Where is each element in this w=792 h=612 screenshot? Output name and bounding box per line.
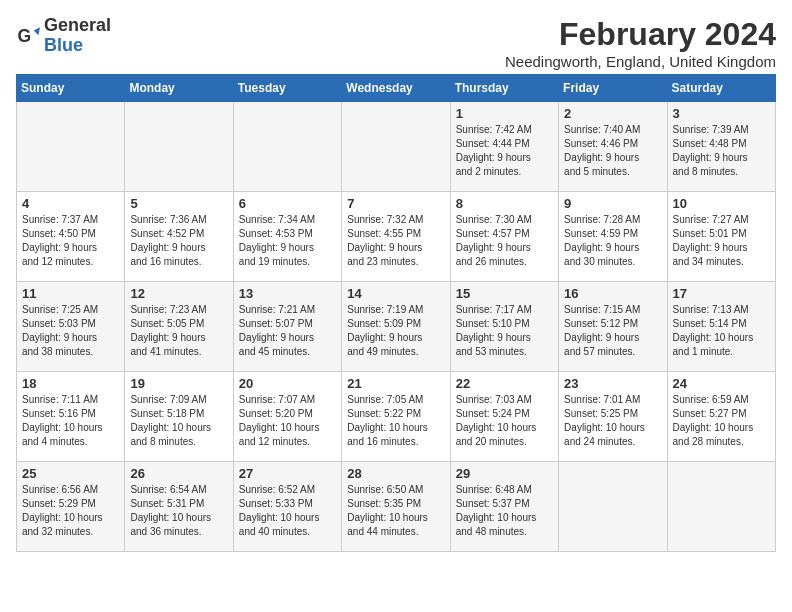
svg-marker-1 [34, 27, 40, 35]
day-number: 10 [673, 196, 770, 211]
day-number: 18 [22, 376, 119, 391]
day-info: Sunrise: 7:03 AM Sunset: 5:24 PM Dayligh… [456, 393, 553, 449]
header-wednesday: Wednesday [342, 75, 450, 102]
header-thursday: Thursday [450, 75, 558, 102]
calendar-cell: 14Sunrise: 7:19 AM Sunset: 5:09 PM Dayli… [342, 282, 450, 372]
calendar-week-5: 25Sunrise: 6:56 AM Sunset: 5:29 PM Dayli… [17, 462, 776, 552]
header-sunday: Sunday [17, 75, 125, 102]
day-info: Sunrise: 6:50 AM Sunset: 5:35 PM Dayligh… [347, 483, 444, 539]
day-info: Sunrise: 7:25 AM Sunset: 5:03 PM Dayligh… [22, 303, 119, 359]
calendar-header-row: SundayMondayTuesdayWednesdayThursdayFrid… [17, 75, 776, 102]
calendar-cell [559, 462, 667, 552]
day-info: Sunrise: 7:15 AM Sunset: 5:12 PM Dayligh… [564, 303, 661, 359]
calendar-cell: 19Sunrise: 7:09 AM Sunset: 5:18 PM Dayli… [125, 372, 233, 462]
day-info: Sunrise: 6:54 AM Sunset: 5:31 PM Dayligh… [130, 483, 227, 539]
day-number: 1 [456, 106, 553, 121]
day-info: Sunrise: 6:59 AM Sunset: 5:27 PM Dayligh… [673, 393, 770, 449]
day-number: 13 [239, 286, 336, 301]
day-info: Sunrise: 7:27 AM Sunset: 5:01 PM Dayligh… [673, 213, 770, 269]
day-info: Sunrise: 7:05 AM Sunset: 5:22 PM Dayligh… [347, 393, 444, 449]
day-info: Sunrise: 7:39 AM Sunset: 4:48 PM Dayligh… [673, 123, 770, 179]
day-info: Sunrise: 7:34 AM Sunset: 4:53 PM Dayligh… [239, 213, 336, 269]
calendar-week-3: 11Sunrise: 7:25 AM Sunset: 5:03 PM Dayli… [17, 282, 776, 372]
calendar-cell [233, 102, 341, 192]
day-number: 11 [22, 286, 119, 301]
calendar-cell: 11Sunrise: 7:25 AM Sunset: 5:03 PM Dayli… [17, 282, 125, 372]
day-number: 8 [456, 196, 553, 211]
calendar-cell: 27Sunrise: 6:52 AM Sunset: 5:33 PM Dayli… [233, 462, 341, 552]
calendar-cell: 7Sunrise: 7:32 AM Sunset: 4:55 PM Daylig… [342, 192, 450, 282]
calendar-cell: 16Sunrise: 7:15 AM Sunset: 5:12 PM Dayli… [559, 282, 667, 372]
svg-text:G: G [18, 25, 32, 45]
day-number: 21 [347, 376, 444, 391]
day-info: Sunrise: 7:01 AM Sunset: 5:25 PM Dayligh… [564, 393, 661, 449]
calendar-cell: 24Sunrise: 6:59 AM Sunset: 5:27 PM Dayli… [667, 372, 775, 462]
calendar-cell [125, 102, 233, 192]
logo-line1: General [44, 16, 111, 36]
day-info: Sunrise: 7:11 AM Sunset: 5:16 PM Dayligh… [22, 393, 119, 449]
day-number: 9 [564, 196, 661, 211]
day-info: Sunrise: 7:36 AM Sunset: 4:52 PM Dayligh… [130, 213, 227, 269]
day-number: 27 [239, 466, 336, 481]
calendar-week-1: 1Sunrise: 7:42 AM Sunset: 4:44 PM Daylig… [17, 102, 776, 192]
calendar-cell: 15Sunrise: 7:17 AM Sunset: 5:10 PM Dayli… [450, 282, 558, 372]
day-number: 23 [564, 376, 661, 391]
calendar-cell: 5Sunrise: 7:36 AM Sunset: 4:52 PM Daylig… [125, 192, 233, 282]
day-info: Sunrise: 7:17 AM Sunset: 5:10 PM Dayligh… [456, 303, 553, 359]
day-number: 12 [130, 286, 227, 301]
calendar-cell: 23Sunrise: 7:01 AM Sunset: 5:25 PM Dayli… [559, 372, 667, 462]
day-number: 29 [456, 466, 553, 481]
day-info: Sunrise: 7:40 AM Sunset: 4:46 PM Dayligh… [564, 123, 661, 179]
day-number: 6 [239, 196, 336, 211]
calendar-cell: 10Sunrise: 7:27 AM Sunset: 5:01 PM Dayli… [667, 192, 775, 282]
day-number: 4 [22, 196, 119, 211]
day-info: Sunrise: 7:28 AM Sunset: 4:59 PM Dayligh… [564, 213, 661, 269]
calendar-cell: 2Sunrise: 7:40 AM Sunset: 4:46 PM Daylig… [559, 102, 667, 192]
calendar-cell: 22Sunrise: 7:03 AM Sunset: 5:24 PM Dayli… [450, 372, 558, 462]
calendar-cell: 18Sunrise: 7:11 AM Sunset: 5:16 PM Dayli… [17, 372, 125, 462]
day-info: Sunrise: 7:23 AM Sunset: 5:05 PM Dayligh… [130, 303, 227, 359]
day-info: Sunrise: 7:13 AM Sunset: 5:14 PM Dayligh… [673, 303, 770, 359]
day-info: Sunrise: 7:07 AM Sunset: 5:20 PM Dayligh… [239, 393, 336, 449]
logo-line2: Blue [44, 36, 111, 56]
day-info: Sunrise: 7:30 AM Sunset: 4:57 PM Dayligh… [456, 213, 553, 269]
calendar-cell: 9Sunrise: 7:28 AM Sunset: 4:59 PM Daylig… [559, 192, 667, 282]
logo-icon: G [16, 24, 40, 48]
calendar-cell: 8Sunrise: 7:30 AM Sunset: 4:57 PM Daylig… [450, 192, 558, 282]
day-info: Sunrise: 6:48 AM Sunset: 5:37 PM Dayligh… [456, 483, 553, 539]
calendar-cell: 3Sunrise: 7:39 AM Sunset: 4:48 PM Daylig… [667, 102, 775, 192]
calendar-week-4: 18Sunrise: 7:11 AM Sunset: 5:16 PM Dayli… [17, 372, 776, 462]
calendar-cell: 28Sunrise: 6:50 AM Sunset: 5:35 PM Dayli… [342, 462, 450, 552]
calendar-cell [667, 462, 775, 552]
calendar-cell [342, 102, 450, 192]
calendar-cell: 4Sunrise: 7:37 AM Sunset: 4:50 PM Daylig… [17, 192, 125, 282]
day-number: 25 [22, 466, 119, 481]
calendar-week-2: 4Sunrise: 7:37 AM Sunset: 4:50 PM Daylig… [17, 192, 776, 282]
header-saturday: Saturday [667, 75, 775, 102]
location: Needingworth, England, United Kingdom [505, 53, 776, 70]
calendar-cell: 1Sunrise: 7:42 AM Sunset: 4:44 PM Daylig… [450, 102, 558, 192]
day-info: Sunrise: 6:56 AM Sunset: 5:29 PM Dayligh… [22, 483, 119, 539]
day-number: 3 [673, 106, 770, 121]
logo: G General Blue [16, 16, 111, 56]
header-tuesday: Tuesday [233, 75, 341, 102]
calendar-table: SundayMondayTuesdayWednesdayThursdayFrid… [16, 74, 776, 552]
calendar-cell: 17Sunrise: 7:13 AM Sunset: 5:14 PM Dayli… [667, 282, 775, 372]
day-number: 16 [564, 286, 661, 301]
day-info: Sunrise: 7:32 AM Sunset: 4:55 PM Dayligh… [347, 213, 444, 269]
calendar-cell [17, 102, 125, 192]
day-info: Sunrise: 7:37 AM Sunset: 4:50 PM Dayligh… [22, 213, 119, 269]
day-number: 20 [239, 376, 336, 391]
day-number: 24 [673, 376, 770, 391]
page-header: G General Blue February 2024 Needingwort… [16, 16, 776, 70]
title-block: February 2024 Needingworth, England, Uni… [505, 16, 776, 70]
day-info: Sunrise: 7:21 AM Sunset: 5:07 PM Dayligh… [239, 303, 336, 359]
calendar-cell: 12Sunrise: 7:23 AM Sunset: 5:05 PM Dayli… [125, 282, 233, 372]
calendar-cell: 20Sunrise: 7:07 AM Sunset: 5:20 PM Dayli… [233, 372, 341, 462]
header-monday: Monday [125, 75, 233, 102]
day-info: Sunrise: 7:19 AM Sunset: 5:09 PM Dayligh… [347, 303, 444, 359]
day-info: Sunrise: 6:52 AM Sunset: 5:33 PM Dayligh… [239, 483, 336, 539]
calendar-cell: 29Sunrise: 6:48 AM Sunset: 5:37 PM Dayli… [450, 462, 558, 552]
day-number: 5 [130, 196, 227, 211]
calendar-cell: 21Sunrise: 7:05 AM Sunset: 5:22 PM Dayli… [342, 372, 450, 462]
